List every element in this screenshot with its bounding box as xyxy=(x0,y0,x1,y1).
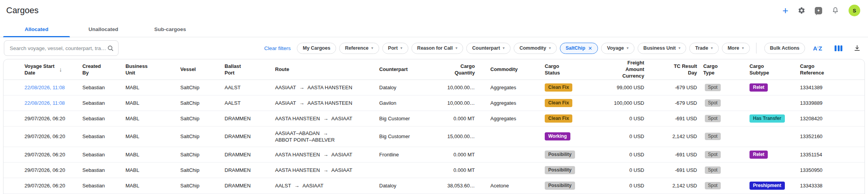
column-header-label: Counterpart xyxy=(379,66,424,73)
avatar[interactable]: S xyxy=(849,5,860,16)
filter-chip-label: Business Unit xyxy=(643,45,676,51)
filter-chip-label: SaltChip xyxy=(566,45,586,51)
filter-chip-reason-for-call[interactable]: Reason for Call▾ xyxy=(411,43,464,54)
column-header-label: Vessel xyxy=(180,66,218,73)
cell-created-by: Sebastian xyxy=(79,178,122,193)
cell-commodity xyxy=(478,126,542,147)
cell-created-by: Sebastian xyxy=(79,126,122,147)
badge-relet: Relet xyxy=(749,83,768,92)
column-header-counterpart[interactable]: Counterpart xyxy=(376,59,427,80)
cell-counterpart: Big Customer xyxy=(376,126,427,147)
column-header-business_unit[interactable]: BusinessUnit xyxy=(122,59,177,80)
filter-chip-my-cargoes[interactable]: My Cargoes xyxy=(297,43,336,54)
column-header-freight[interactable]: Freight AmountCurrency xyxy=(608,59,647,80)
table-row[interactable]: 22/08/2026, 11:08SebastianMABLSaltChipAA… xyxy=(3,80,865,95)
table-row[interactable]: 29/07/2026, 06:20SebastianMABLSaltChipDR… xyxy=(3,162,865,178)
cell-cargo-quantity: 0.000 MT xyxy=(427,111,478,126)
column-header-cargo_type[interactable]: CargoType xyxy=(700,59,746,80)
column-header-quantity[interactable]: CargoQuantity xyxy=(427,59,478,80)
cell-cargo-quantity: 0.000 MT xyxy=(427,162,478,178)
chevron-down-icon: ▾ xyxy=(401,46,403,50)
whats-new-icon[interactable]: ✦ xyxy=(815,7,822,14)
column-header-status[interactable]: CargoStatus xyxy=(542,59,608,80)
chevron-down-icon: ▾ xyxy=(742,46,744,50)
search-input[interactable] xyxy=(10,45,107,51)
table-header-row: Voyage StartDate↓CreatedByBusinessUnitVe… xyxy=(3,59,865,80)
tab-allocated[interactable]: Allocated xyxy=(3,22,70,37)
cell-commodity: Acetone xyxy=(478,178,542,193)
filter-chip-trade[interactable]: Trade▾ xyxy=(689,43,718,54)
search-icon[interactable] xyxy=(107,45,114,52)
filter-chip-saltchip[interactable]: SaltChip✕ xyxy=(560,43,598,54)
cell-tc-result-day: -691 USD xyxy=(647,162,700,178)
column-header-subtype[interactable]: CargoSubtype xyxy=(746,59,797,80)
cell-route: AASIAAT → AASTA HANSTEEN xyxy=(272,95,376,111)
table-body: 22/08/2026, 11:08SebastianMABLSaltChipAA… xyxy=(3,80,865,194)
cell-voyage-start-date: 29/07/2026, 06:20 xyxy=(3,126,79,147)
column-header-commodity[interactable]: Commodity xyxy=(478,59,542,80)
clear-filters-link[interactable]: Clear filters xyxy=(264,45,291,51)
voyage-date-link[interactable]: 22/08/2026, 11:08 xyxy=(24,100,65,106)
column-header-date[interactable]: Voyage StartDate↓ xyxy=(3,59,79,80)
table-row[interactable]: 29/07/2026, 06:20SebastianMABLSaltChipDR… xyxy=(3,178,865,193)
voyage-date: 29/07/2026, 06:20 xyxy=(24,167,65,173)
filter-chip-business-unit[interactable]: Business Unit▾ xyxy=(638,43,686,54)
table-row[interactable]: 22/08/2026, 11:08SebastianMABLSaltChipAA… xyxy=(3,95,865,111)
tab-bar: Allocated Unallocated Sub-cargoes xyxy=(0,22,868,37)
cell-counterpart: Dataloy xyxy=(376,80,427,95)
cell-tc-result-day: -691 USD xyxy=(647,111,700,126)
cell-cargo-type: Spot xyxy=(700,80,746,95)
cell-route: AASIAAT–ABADAN → ABBOT POINT–ABELVER xyxy=(272,126,376,147)
cell-cargo-status: Possibility xyxy=(542,178,608,193)
tab-sub-cargoes[interactable]: Sub-cargoes xyxy=(137,22,204,37)
filter-chip-more[interactable]: More▾ xyxy=(722,43,750,54)
cell-created-by: Sebastian xyxy=(79,111,122,126)
add-cargo-icon[interactable]: + xyxy=(783,6,788,15)
download-icon[interactable] xyxy=(853,44,861,52)
cell-cargo-subtype: Relet xyxy=(746,80,797,95)
table-row[interactable]: 29/07/2026, 06:20SebastianMABLSaltChipDR… xyxy=(3,111,865,126)
route-from: AASTA HANSTEEN xyxy=(275,116,321,121)
cell-tc-result-day: -691 USD xyxy=(647,147,700,162)
cell-ballast-port: DRAMMEN xyxy=(221,126,272,147)
table-row[interactable]: 29/07/2026, 06:20SebastianMABLSaltChipDR… xyxy=(3,147,865,162)
cell-cargo-subtype: Relet xyxy=(746,147,797,162)
notifications-bell-icon[interactable] xyxy=(831,7,839,14)
sort-descending-icon[interactable]: ↓ xyxy=(59,66,62,73)
column-header-vessel[interactable]: Vessel xyxy=(177,59,221,80)
column-header-tc_result[interactable]: TC ResultDay xyxy=(647,59,700,80)
route-arrow-icon: → xyxy=(297,100,306,106)
column-header-ballast_port[interactable]: BallastPort xyxy=(221,59,272,80)
sort-alphabetical-icon[interactable]: A↓Z xyxy=(813,45,822,52)
route-from: AASIAAT xyxy=(275,100,297,106)
bulk-actions-button[interactable]: Bulk Actions xyxy=(764,43,805,54)
badge-relet: Relet xyxy=(749,151,768,159)
filter-chip-reference[interactable]: Reference▾ xyxy=(339,43,379,54)
column-header-route[interactable]: Route xyxy=(272,59,376,80)
chevron-down-icon: ▾ xyxy=(678,46,680,50)
cell-commodity xyxy=(478,162,542,178)
settings-gear-icon[interactable] xyxy=(798,7,805,14)
filter-chip-voyage[interactable]: Voyage▾ xyxy=(601,43,634,54)
columns-icon[interactable] xyxy=(835,45,842,51)
close-icon[interactable]: ✕ xyxy=(588,46,592,51)
cell-cargo-reference: 13343338 xyxy=(797,178,865,193)
column-header-created_by[interactable]: CreatedBy xyxy=(79,59,122,80)
cell-vessel: SaltChip xyxy=(177,162,221,178)
search-box[interactable] xyxy=(4,40,119,56)
cell-vessel: SaltChip xyxy=(177,178,221,193)
route-arrow-icon: → xyxy=(321,130,330,136)
cargoes-table: Voyage StartDate↓CreatedByBusinessUnitVe… xyxy=(3,59,865,194)
table-row[interactable]: 29/07/2026, 06:20SebastianMABLSaltChipDR… xyxy=(3,126,865,147)
voyage-date-link[interactable]: 22/08/2026, 11:08 xyxy=(24,85,65,90)
cell-tc-result-day: 2,142 USD xyxy=(647,178,700,193)
cell-freight-amount: 99,000 USD xyxy=(608,80,647,95)
filter-chip-commodity[interactable]: Commodity▾ xyxy=(514,43,557,54)
filter-chip-counterpart[interactable]: Counterpart▾ xyxy=(466,43,511,54)
tab-unallocated[interactable]: Unallocated xyxy=(70,22,137,37)
filter-chip-port[interactable]: Port▾ xyxy=(382,43,408,54)
column-header-label: BusinessUnit xyxy=(125,63,174,76)
column-header-reference[interactable]: CargoReference xyxy=(797,59,865,80)
cell-route: AALST → AASIAAT xyxy=(272,178,376,193)
cell-freight-amount: 100,000 USD xyxy=(608,95,647,111)
